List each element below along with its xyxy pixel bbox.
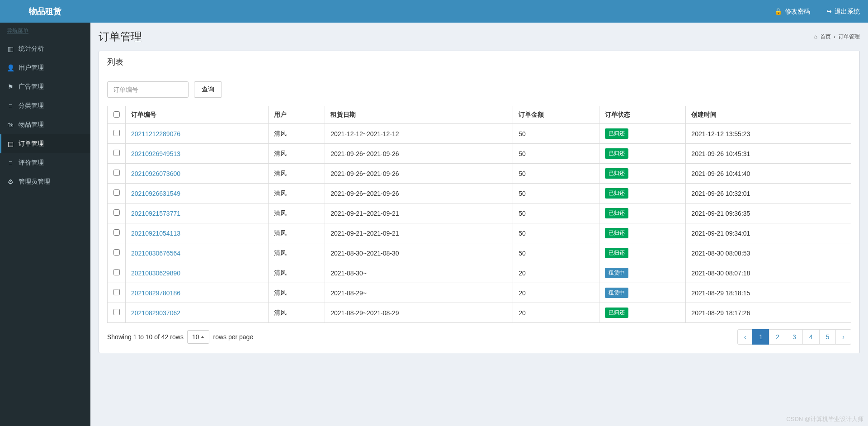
user-icon: 👤: [7, 64, 14, 71]
order-link[interactable]: 20210830629890: [131, 270, 180, 277]
list-icon: ≡: [7, 102, 14, 109]
col-order-no[interactable]: 订单编号: [126, 106, 269, 124]
row-checkbox[interactable]: [113, 229, 120, 236]
breadcrumb-home[interactable]: 首页: [820, 33, 831, 41]
logout-label: 退出系统: [835, 0, 860, 23]
select-all-checkbox[interactable]: [113, 111, 120, 118]
sidebar-item-广告管理[interactable]: ⚑广告管理: [0, 77, 90, 96]
row-checkbox[interactable]: [113, 130, 120, 136]
main-content: 订单管理 ⌂ 首页 › 订单管理 列表 查询: [90, 23, 868, 426]
sidebar-item-label: 订单管理: [19, 140, 44, 148]
order-link[interactable]: 20210921573771: [131, 210, 180, 217]
page-1[interactable]: 1: [752, 329, 769, 345]
topbar: 物品租赁 🔒 修改密码 ↪ 退出系统: [0, 0, 868, 23]
status-badge: 已归还: [605, 148, 628, 159]
page-title: 订单管理: [99, 29, 142, 44]
breadcrumb-separator: ›: [834, 33, 835, 40]
pagination: ‹12345›: [738, 329, 851, 345]
logout-icon: ↪: [826, 0, 832, 23]
sidebar-item-label: 统计分析: [19, 45, 44, 53]
col-created[interactable]: 创建时间: [686, 106, 851, 124]
table-row: 20210921573771清风2021-09-21~2021-09-2150已…: [108, 204, 851, 223]
order-link[interactable]: 20210829037062: [131, 309, 180, 317]
order-link[interactable]: 20210926073600: [131, 170, 180, 177]
sidebar-item-label: 用户管理: [19, 64, 44, 72]
row-checkbox[interactable]: [113, 289, 120, 295]
table-row: 20210926073600清风2021-09-26~2021-09-2650已…: [108, 164, 851, 184]
rows-per-page-label: rows per page: [213, 333, 253, 341]
row-checkbox[interactable]: [113, 269, 120, 275]
table-footer: Showing 1 to 10 of 42 rows 10 rows per p…: [107, 329, 851, 345]
row-checkbox[interactable]: [113, 309, 120, 315]
app-logo: 物品租赁: [0, 0, 90, 23]
sidebar-item-用户管理[interactable]: 👤用户管理: [0, 58, 90, 77]
logout-link[interactable]: ↪ 退出系统: [818, 0, 868, 23]
table-row: 20210830676564清风2021-08-30~2021-08-3050已…: [108, 243, 851, 263]
order-link[interactable]: 20210926949513: [131, 150, 180, 157]
file-icon: ▤: [7, 140, 14, 147]
status-badge: 已归还: [605, 308, 628, 318]
panel-header: 列表: [99, 51, 859, 73]
page-4[interactable]: 4: [802, 329, 820, 345]
select-all-header: [108, 106, 126, 124]
sidebar: 导航菜单 ▥统计分析👤用户管理⚑广告管理≡分类管理🛍物品管理▤订单管理≡评价管理…: [0, 23, 90, 426]
row-checkbox[interactable]: [113, 150, 120, 156]
col-date-range[interactable]: 租赁日期: [325, 106, 513, 124]
table-row: 20211212289076清风2021-12-12~2021-12-1250已…: [108, 124, 851, 144]
page-size-select[interactable]: 10: [187, 330, 210, 344]
caret-up-icon: [201, 336, 204, 338]
col-user[interactable]: 用户: [269, 106, 325, 124]
page-size-value: 10: [192, 333, 199, 341]
sidebar-item-分类管理[interactable]: ≡分类管理: [0, 96, 90, 115]
search-row: 查询: [107, 81, 851, 98]
status-badge: 已归还: [605, 208, 628, 218]
comment-icon: ≡: [7, 159, 14, 166]
search-button[interactable]: 查询: [194, 81, 222, 98]
status-badge: 已归还: [605, 168, 628, 179]
sidebar-item-物品管理[interactable]: 🛍物品管理: [0, 115, 90, 134]
order-link[interactable]: 20211212289076: [131, 130, 180, 137]
page-2[interactable]: 2: [769, 329, 786, 345]
sidebar-item-评价管理[interactable]: ≡评价管理: [0, 153, 90, 172]
sidebar-header[interactable]: 导航菜单: [0, 23, 90, 39]
table-row: 20210926631549清风2021-09-26~2021-09-2650已…: [108, 184, 851, 204]
table-row: 20210829780186清风2021-08-29~20租赁中2021-08-…: [108, 283, 851, 303]
col-amount[interactable]: 订单金额: [513, 106, 599, 124]
order-link[interactable]: 20210921054113: [131, 230, 180, 237]
page-5[interactable]: 5: [819, 329, 836, 345]
row-checkbox[interactable]: [113, 209, 120, 216]
bag-icon: 🛍: [7, 121, 14, 128]
change-password-link[interactable]: 🔒 修改密码: [766, 0, 818, 23]
sidebar-item-统计分析[interactable]: ▥统计分析: [0, 39, 90, 58]
page-‹[interactable]: ‹: [737, 329, 753, 345]
status-badge: 已归还: [605, 188, 628, 199]
breadcrumb-current: 订单管理: [838, 33, 860, 41]
order-link[interactable]: 20210829780186: [131, 289, 180, 297]
list-panel: 列表 查询 订单编号 用户 租赁日期: [99, 51, 860, 353]
row-checkbox[interactable]: [113, 189, 120, 196]
sidebar-item-管理员管理[interactable]: ⚙管理员管理: [0, 172, 90, 191]
page-›[interactable]: ›: [835, 329, 851, 345]
status-badge: 已归还: [605, 228, 628, 238]
table-row: 20210829037062清风2021-08-29~2021-08-2920已…: [108, 303, 851, 323]
row-checkbox[interactable]: [113, 170, 120, 176]
order-link[interactable]: 20210830676564: [131, 250, 180, 257]
breadcrumb: ⌂ 首页 › 订单管理: [814, 33, 860, 41]
order-link[interactable]: 20210926631549: [131, 190, 180, 197]
status-badge: 已归还: [605, 128, 628, 139]
col-status[interactable]: 订单状态: [599, 106, 686, 124]
order-no-input[interactable]: [107, 81, 189, 98]
sidebar-item-label: 分类管理: [19, 102, 44, 110]
change-password-label: 修改密码: [785, 0, 810, 23]
showing-text: Showing 1 to 10 of 42 rows: [107, 333, 184, 341]
sidebar-item-label: 评价管理: [19, 159, 44, 167]
status-badge: 租赁中: [605, 288, 628, 298]
orders-table: 订单编号 用户 租赁日期 订单金额 订单状态 创建时间 202112122890…: [107, 106, 851, 323]
gear-icon: ⚙: [7, 178, 14, 185]
table-row: 20210830629890清风2021-08-30~20租赁中2021-08-…: [108, 263, 851, 283]
table-row: 20210921054113清风2021-09-21~2021-09-2150已…: [108, 223, 851, 243]
row-checkbox[interactable]: [113, 249, 120, 256]
sidebar-item-订单管理[interactable]: ▤订单管理: [0, 134, 90, 153]
page-3[interactable]: 3: [786, 329, 803, 345]
status-badge: 已归还: [605, 248, 628, 258]
